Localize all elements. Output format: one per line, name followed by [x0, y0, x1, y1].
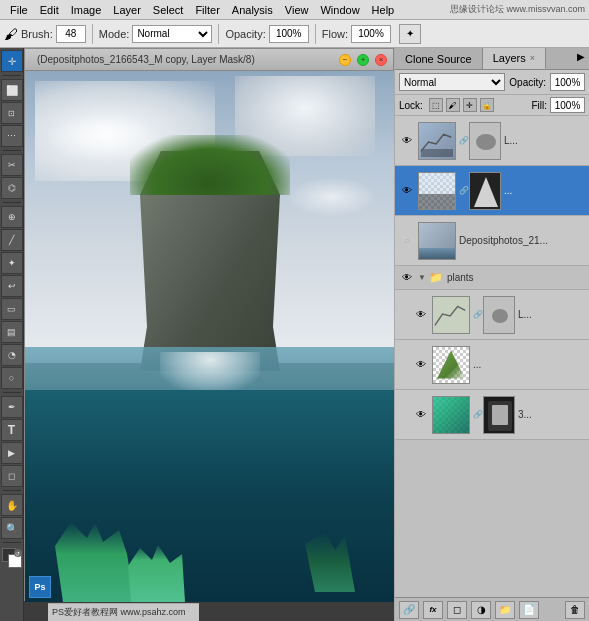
toolbar: 🖌 Brush: Mode: Normal Opacity: Flow: ✦ — [0, 20, 589, 48]
layer-6-thumbnail — [432, 396, 470, 434]
layer-item-2[interactable]: 👁 🔗 ... — [395, 166, 589, 216]
sep3 — [3, 202, 21, 203]
window-maximize[interactable]: + — [357, 54, 369, 66]
tool-crop[interactable]: ✂ — [1, 154, 23, 176]
group-arrow[interactable]: ▼ — [418, 273, 426, 282]
layer-1-eye[interactable]: 👁 — [399, 133, 415, 149]
layer-5-thumbnail — [432, 346, 470, 384]
delete-layer-btn[interactable]: 🗑 — [565, 601, 585, 619]
tool-clone-stamp[interactable]: ✦ — [1, 252, 23, 274]
tool-gradient[interactable]: ▤ — [1, 321, 23, 343]
blend-row: Normal Opacity: — [395, 70, 589, 95]
layer-6-eye[interactable]: 👁 — [413, 407, 429, 423]
layer-6-mask — [483, 396, 515, 434]
tool-brush[interactable]: ╱ — [1, 229, 23, 251]
flow-input[interactable] — [351, 25, 391, 43]
group-plants[interactable]: 👁 ▼ 📁 plants — [395, 266, 589, 290]
menu-image[interactable]: Image — [65, 4, 108, 16]
layers-tab-close[interactable]: × — [530, 53, 535, 63]
airbrush-toggle[interactable]: ✦ — [399, 24, 421, 44]
menu-select[interactable]: Select — [147, 4, 190, 16]
sep2 — [3, 150, 21, 151]
opacity-label: Opacity: — [225, 28, 265, 40]
layer-item-1[interactable]: 👁 🔗 — [395, 116, 589, 166]
group-folder-icon: 📁 — [429, 271, 443, 284]
tool-eraser[interactable]: ▭ — [1, 298, 23, 320]
layer-4-eye[interactable]: 👁 — [413, 307, 429, 323]
canvas-image[interactable]: Ps — [25, 71, 394, 602]
tool-shape[interactable]: ◻ — [1, 465, 23, 487]
window-minimize[interactable]: − — [339, 54, 351, 66]
layer-item-5[interactable]: 👁 ... — [395, 340, 589, 390]
window-close[interactable]: × — [375, 54, 387, 66]
svg-point-1 — [476, 134, 496, 150]
tool-lasso[interactable]: ⊡ — [1, 102, 23, 124]
tool-history-brush[interactable]: ↩ — [1, 275, 23, 297]
layer-4-name: L... — [518, 309, 585, 320]
tool-quick-select[interactable]: ⋯ — [1, 125, 23, 147]
layer-item-3[interactable]: ○ Depositphotos_21... — [395, 216, 589, 266]
link-layers-btn[interactable]: 🔗 — [399, 601, 419, 619]
menu-view[interactable]: View — [279, 4, 315, 16]
opacity-input[interactable] — [269, 25, 309, 43]
blend-mode-select[interactable]: Normal — [399, 73, 505, 91]
lock-transparent-btn[interactable]: ⬚ — [429, 98, 443, 112]
menu-file[interactable]: File — [4, 4, 34, 16]
menu-analysis[interactable]: Analysis — [226, 4, 279, 16]
panel-menu-btn[interactable]: ▶ — [573, 48, 589, 69]
brush-size-input[interactable] — [56, 25, 86, 43]
layer-2-eye[interactable]: 👁 — [399, 183, 415, 199]
group-plants-eye[interactable]: 👁 — [399, 270, 415, 286]
menu-edit[interactable]: Edit — [34, 4, 65, 16]
layer-item-4[interactable]: 👁 🔗 L... — [395, 290, 589, 340]
layer-1-link: 🔗 — [459, 136, 469, 145]
tool-text[interactable]: T — [1, 419, 23, 441]
tab-spacer — [546, 48, 573, 69]
tool-move[interactable]: ✛ — [1, 50, 23, 72]
mode-select[interactable]: Normal — [132, 25, 212, 43]
layer-3-eye[interactable]: ○ — [399, 233, 415, 249]
layer-5-eye[interactable]: 👁 — [413, 357, 429, 373]
sep1 — [3, 75, 21, 76]
tool-eyedropper[interactable]: ⌬ — [1, 177, 23, 199]
fx-btn[interactable]: fx — [423, 601, 443, 619]
tool-dodge[interactable]: ○ — [1, 367, 23, 389]
status-text: PS爱好者教程网 www.psahz.com — [52, 606, 186, 619]
clone-source-tab[interactable]: Clone Source — [395, 48, 483, 69]
divider3 — [315, 24, 316, 44]
main-area: ✛ ⬜ ⊡ ⋯ ✂ ⌬ ⊕ ╱ ✦ ↩ ▭ ▤ ◔ ○ ✒ T ▶ ◻ ✋ 🔍 … — [0, 48, 589, 621]
layers-tab[interactable]: Layers × — [483, 48, 546, 69]
svg-rect-8 — [492, 405, 508, 425]
tool-path-select[interactable]: ▶ — [1, 442, 23, 464]
layer-item-6[interactable]: 👁 🔗 3... — [395, 390, 589, 440]
tool-hand[interactable]: ✋ — [1, 494, 23, 516]
tool-blur[interactable]: ◔ — [1, 344, 23, 366]
opacity-value-input[interactable] — [550, 73, 585, 91]
tool-pen[interactable]: ✒ — [1, 396, 23, 418]
mode-label: Mode: — [99, 28, 130, 40]
menu-window[interactable]: Window — [314, 4, 365, 16]
menu-layer[interactable]: Layer — [107, 4, 147, 16]
lock-all-btn[interactable]: 🔒 — [480, 98, 494, 112]
layer-4-mask — [483, 296, 515, 334]
menu-help[interactable]: Help — [366, 4, 401, 16]
fill-value-input[interactable] — [550, 97, 585, 113]
canvas-title: (Depositphotos_2166543_M copy, Layer Mas… — [37, 54, 335, 65]
lock-label: Lock: — [399, 100, 423, 111]
tool-spot-heal[interactable]: ⊕ — [1, 206, 23, 228]
add-layer-btn[interactable]: 📄 — [519, 601, 539, 619]
brush-tool-icon: 🖌 — [4, 26, 18, 42]
tool-zoom[interactable]: 🔍 — [1, 517, 23, 539]
add-group-btn[interactable]: 📁 — [495, 601, 515, 619]
add-mask-btn[interactable]: ◻ — [447, 601, 467, 619]
layers-list[interactable]: 👁 🔗 — [395, 116, 589, 597]
layer-3-name: Depositphotos_21... — [459, 235, 585, 246]
lock-position-btn[interactable]: ✛ — [463, 98, 477, 112]
add-adjustment-btn[interactable]: ◑ — [471, 601, 491, 619]
layer-1-mask — [469, 122, 501, 160]
layer-1-thumbnail — [418, 122, 456, 160]
menu-filter[interactable]: Filter — [189, 4, 225, 16]
lock-image-btn[interactable]: 🖌 — [446, 98, 460, 112]
tool-marquee-rect[interactable]: ⬜ — [1, 79, 23, 101]
divider2 — [218, 24, 219, 44]
